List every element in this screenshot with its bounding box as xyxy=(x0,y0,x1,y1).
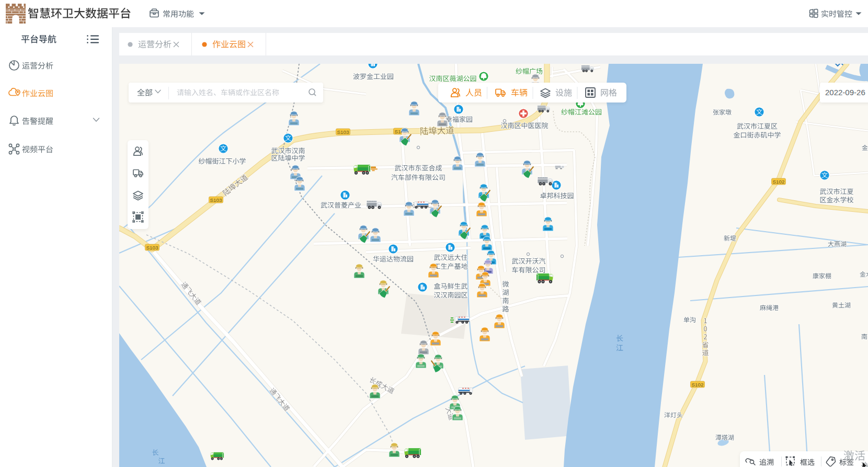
svg-text:S103: S103 xyxy=(210,197,222,203)
svg-text:S102: S102 xyxy=(773,179,785,185)
svg-text:S102: S102 xyxy=(692,382,704,388)
svg-text:S103: S103 xyxy=(146,245,158,250)
svg-text:S103: S103 xyxy=(337,129,349,135)
